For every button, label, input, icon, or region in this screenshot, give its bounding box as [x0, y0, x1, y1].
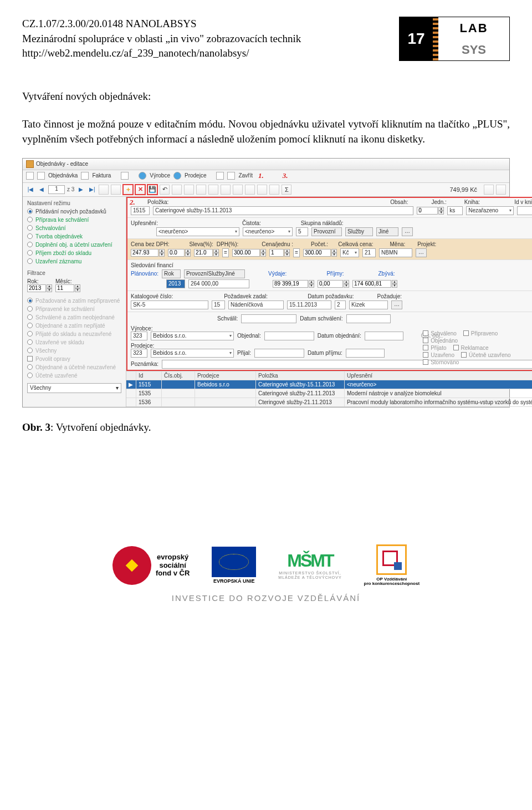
- checkbox-icon[interactable]: [423, 338, 428, 343]
- prijal-input[interactable]: [254, 349, 304, 358]
- pz-n-input[interactable]: 15: [212, 300, 225, 309]
- plus-button[interactable]: ＋: [123, 185, 133, 195]
- checkbox-icon[interactable]: [453, 345, 459, 350]
- radio-icon[interactable]: [27, 250, 33, 256]
- nav-page-input[interactable]: 1: [48, 185, 65, 194]
- tab-icon[interactable]: [37, 172, 45, 180]
- radio-icon[interactable]: [27, 208, 33, 214]
- kat-input[interactable]: SK-5: [131, 300, 208, 309]
- schvalil-input[interactable]: [241, 314, 296, 323]
- celk-input[interactable]: ▲▼: [303, 249, 337, 257]
- more-button[interactable]: …: [391, 300, 402, 309]
- sleva-input[interactable]: ▲▼: [168, 249, 191, 257]
- more-button[interactable]: …: [416, 248, 427, 257]
- zbyva-input[interactable]: ▲▼: [352, 280, 397, 288]
- cenaj-input[interactable]: ▲▼: [232, 249, 266, 257]
- nav-prev-icon[interactable]: ◀: [37, 185, 46, 194]
- delete-button[interactable]: ✕: [135, 185, 145, 195]
- tool-icon[interactable]: [484, 185, 494, 195]
- info-icon[interactable]: [139, 172, 146, 180]
- tool-icon[interactable]: [257, 185, 267, 195]
- checkbox-icon[interactable]: [423, 345, 428, 350]
- vyd-input[interactable]: ▲▼: [273, 280, 314, 288]
- grid-row[interactable]: 1536 Cteringové služby-21.11.2013 Pracov…: [126, 398, 532, 407]
- vyr-n-input[interactable]: 323: [131, 332, 147, 340]
- upresneni-combo[interactable]: <neurčeno>▾: [156, 227, 239, 236]
- checkbox-icon[interactable]: [463, 330, 469, 336]
- checkbox-icon[interactable]: [423, 330, 428, 336]
- grid-row[interactable]: ▶ 1515 Bebidos s.r.o Cateringové služby-…: [126, 380, 532, 389]
- mode-item[interactable]: Doplnění obj. a účetní uzavření: [23, 241, 126, 249]
- radio-icon[interactable]: [27, 242, 33, 247]
- checkbox-icon[interactable]: [423, 359, 428, 365]
- col-head[interactable]: Upřesnění: [345, 371, 532, 380]
- polozka-id-input[interactable]: 1515: [131, 206, 150, 215]
- tool-icon[interactable]: [496, 185, 506, 195]
- nav-last-icon[interactable]: ▶|: [88, 185, 96, 194]
- poz-input[interactable]: Kizek: [349, 300, 388, 309]
- jedn-input[interactable]: ks: [447, 206, 463, 215]
- tool-icon[interactable]: [172, 185, 182, 195]
- pro-combo[interactable]: Bebidos s.r.o.▾: [151, 349, 234, 358]
- col-head[interactable]: Čís.obj.: [162, 371, 195, 380]
- sidebar-combo[interactable]: Všechny▾: [27, 383, 121, 393]
- tool-icon[interactable]: [184, 185, 194, 195]
- proj-input[interactable]: NBMN: [379, 248, 412, 257]
- dp-input[interactable]: 15.11.2013: [287, 300, 331, 309]
- tab-icon[interactable]: [216, 172, 224, 180]
- pz-input[interactable]: Nádeníčková: [228, 300, 284, 309]
- checkbox-icon[interactable]: [461, 352, 467, 358]
- mode-item[interactable]: Příjem zboží do skladu: [23, 249, 126, 257]
- grid-row[interactable]: 1535 Cateringové služby-21.11.2013 Moder…: [126, 389, 532, 398]
- cistota-combo[interactable]: <neurčeno>▾: [243, 227, 293, 236]
- tab-prodejce[interactable]: Prodejce: [185, 172, 206, 179]
- dprij-input[interactable]: [346, 349, 385, 358]
- radio-icon[interactable]: [27, 217, 33, 222]
- tab-icon[interactable]: [227, 172, 235, 180]
- tool-icon[interactable]: [111, 185, 121, 195]
- nav-first-icon[interactable]: |◀: [26, 185, 35, 194]
- tool-icon[interactable]: [233, 185, 243, 195]
- sigma-icon[interactable]: Σ: [282, 185, 291, 195]
- dph-input[interactable]: ▲▼: [194, 249, 219, 257]
- group-btn[interactable]: Provozní: [311, 227, 342, 236]
- tool-icon[interactable]: [221, 185, 231, 195]
- tool-icon[interactable]: [196, 185, 206, 195]
- mode-item[interactable]: Schvalování: [23, 224, 126, 232]
- idvknize-input[interactable]: [517, 206, 532, 215]
- col-head[interactable]: Id: [136, 371, 162, 380]
- radio-icon[interactable]: [27, 258, 33, 264]
- tab-icon[interactable]: [121, 172, 129, 180]
- tool-icon[interactable]: [99, 185, 109, 195]
- radio-icon[interactable]: [27, 233, 33, 239]
- proj-n-input[interactable]: 21: [362, 248, 376, 257]
- kniha-combo[interactable]: Nezařazeno▾: [466, 206, 514, 215]
- objednal-input[interactable]: [264, 332, 314, 340]
- save-button[interactable]: 💾: [147, 185, 157, 195]
- tool-icon[interactable]: [208, 185, 218, 195]
- group-btn[interactable]: Jiné: [376, 227, 398, 236]
- mode-item[interactable]: Příprava ke schválení: [23, 216, 126, 224]
- polozka-input[interactable]: Cateringové služby-15.11.2013: [153, 206, 413, 215]
- vyr-combo[interactable]: Bebidos s.r.o.▾: [151, 332, 234, 340]
- ds-input[interactable]: [346, 314, 391, 323]
- info-icon[interactable]: [173, 172, 181, 180]
- mode-item[interactable]: Přidávání nových požadavků: [23, 207, 126, 216]
- poz-n-input[interactable]: 2: [335, 300, 346, 309]
- prij-input[interactable]: ▲▼: [318, 280, 349, 288]
- mode-item[interactable]: Uzavření záznamu: [23, 257, 126, 266]
- checkbox-icon[interactable]: [423, 352, 428, 358]
- col-head[interactable]: Položka: [256, 371, 345, 380]
- mesic-input[interactable]: ▲▼: [55, 284, 80, 292]
- pocet-input[interactable]: ▲▼: [269, 249, 290, 257]
- group-btn[interactable]: Služby: [345, 227, 373, 236]
- tool-icon[interactable]: [269, 185, 279, 195]
- skupina-n-input[interactable]: 5: [296, 227, 308, 236]
- cena-input[interactable]: ▲▼: [131, 249, 165, 257]
- tab-icon[interactable]: [26, 172, 34, 180]
- tab-objednavka[interactable]: Objednávka: [48, 172, 78, 179]
- col-head[interactable]: Prodejce: [195, 371, 256, 380]
- tab-vyrobce[interactable]: Výrobce: [150, 172, 170, 179]
- mode-item[interactable]: Tvorba objednávek: [23, 232, 126, 241]
- radio-icon[interactable]: [27, 225, 33, 231]
